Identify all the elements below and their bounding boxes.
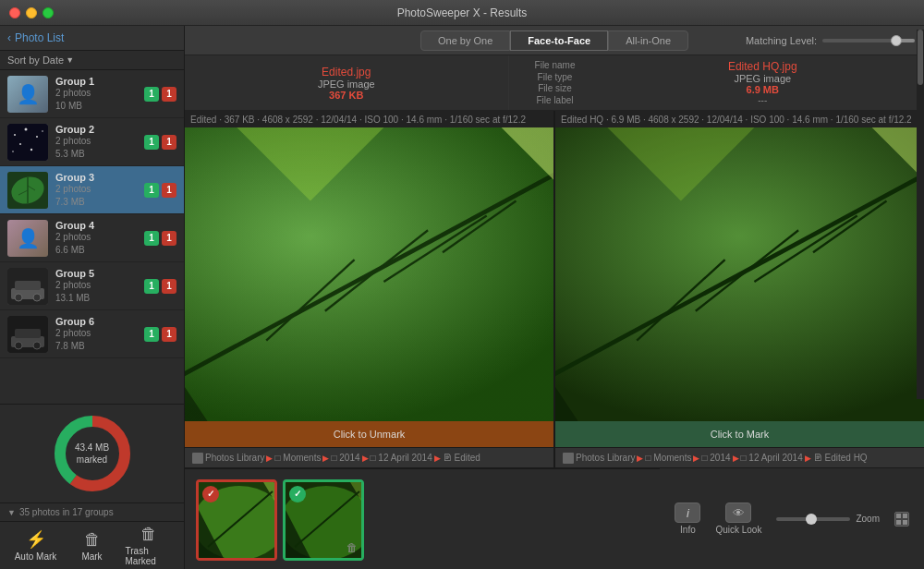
svg-point-22 — [33, 342, 41, 349]
maximize-button[interactable] — [43, 7, 54, 18]
zoom-thumb — [806, 514, 817, 525]
left-file-path: 🖹 Edited — [443, 453, 480, 463]
pie-chart: 43.4 MB marked — [51, 412, 134, 495]
file-name-label: File name — [535, 60, 576, 70]
left-moments: □ Moments — [274, 453, 321, 463]
group-name: Group 5 — [55, 268, 144, 279]
left-file-size: 367 KB — [329, 90, 363, 101]
tab-all-in-one[interactable]: All-in-One — [608, 30, 688, 51]
right-image-display[interactable] — [555, 127, 924, 421]
tab-one-by-one[interactable]: One by One — [420, 30, 510, 51]
thumbnail-item[interactable]: ✓ 🗑 — [283, 479, 364, 561]
right-file-size: 6.9 MB — [747, 84, 779, 95]
thumb-trash-icon: 🗑 — [346, 541, 358, 554]
file-info-left: Edited.jpg JPEG image 367 KB — [185, 55, 509, 110]
right-april: □ 12 April 2014 — [741, 453, 803, 463]
back-arrow-icon: ‹ — [7, 31, 11, 44]
group-thumb — [7, 316, 48, 353]
unmark-label: Click to Unmark — [334, 429, 406, 440]
auto-mark-button[interactable]: ⚡ Auto Mark — [13, 529, 59, 562]
window-title: PhotoSweeper X - Results — [397, 6, 528, 19]
thumb-check-icon: ✓ — [289, 486, 306, 502]
info-icon: i — [687, 506, 689, 520]
sidebar-footer: ▼ 35 photos in 17 groups — [0, 502, 184, 521]
group-list: 👤 Group 1 2 photos10 MB 1 1 — [0, 70, 184, 404]
left-metadata-bar: Edited · 367 KB · 4608 x 2592 · 12/04/14… — [185, 111, 553, 127]
sort-bar[interactable]: Sort by Date ▼ — [0, 51, 184, 70]
left-image-panel: Edited · 367 KB · 4608 x 2592 · 12/04/14… — [185, 111, 555, 467]
group-item-active[interactable]: Group 3 2 photos7.3 MB 1 1 — [0, 166, 184, 214]
group-item[interactable]: 👤 Group 1 2 photos10 MB 1 1 — [0, 70, 184, 118]
photo-list-title[interactable]: Photo List — [15, 31, 64, 44]
group-item[interactable]: Group 6 2 photos7.8 MB 1 1 — [0, 310, 184, 358]
badge-green: 1 — [144, 231, 159, 246]
svg-point-4 — [19, 143, 21, 145]
left-image-display[interactable] — [185, 127, 553, 421]
group-item[interactable]: 👤 Group 4 2 photos6.6 MB 1 1 — [0, 214, 184, 262]
grid-icon[interactable] — [894, 512, 909, 527]
scrollbar-thumb — [918, 30, 923, 85]
unmark-bar[interactable]: Click to Unmark — [185, 421, 553, 447]
path-arrow-icon: ▶ — [693, 454, 699, 463]
left-file-name: Edited.jpg — [322, 66, 371, 79]
mark-button[interactable]: 🗑 Mark — [69, 530, 116, 562]
left-2014: □ 2014 — [331, 453, 359, 463]
group-badges: 1 1 — [144, 135, 176, 150]
tab-face-to-face[interactable]: Face-to-Face — [510, 30, 608, 51]
right-file-type: JPEG image — [734, 73, 791, 84]
badge-red: 1 — [162, 87, 176, 102]
group-meta: 2 photos7.8 MB — [55, 327, 144, 353]
file-type-label: File type — [538, 72, 573, 82]
svg-rect-0 — [7, 124, 48, 161]
right-2014: □ 2014 — [701, 453, 730, 463]
close-button[interactable] — [9, 7, 20, 18]
sidebar-header[interactable]: ‹ Photo List — [0, 26, 184, 51]
group-badges: 1 1 — [144, 231, 176, 246]
thumb-check-icon: ✓ — [202, 486, 219, 502]
zoom-slider[interactable] — [776, 517, 850, 521]
path-arrow-icon: ▶ — [434, 454, 441, 463]
group-badges: 1 1 — [144, 279, 176, 294]
mark-bar[interactable]: Click to Mark — [555, 421, 924, 447]
quick-look-icon: 👁 — [733, 506, 745, 520]
zoom-label: Zoom — [856, 514, 880, 524]
info-button[interactable]: i Info — [675, 502, 700, 535]
file-info-right: Edited HQ.jpg JPEG image 6.9 MB --- — [602, 55, 925, 110]
group-meta: 2 photos10 MB — [55, 87, 144, 113]
right-metadata-bar: Edited HQ · 6.9 MB · 4608 x 2592 · 12/04… — [555, 111, 924, 127]
group-item[interactable]: Group 5 2 photos13.1 MB 1 1 — [0, 262, 184, 310]
right-file-path: 🖹 Edited HQ — [813, 453, 868, 463]
badge-red: 1 — [162, 183, 176, 198]
group-info: Group 3 2 photos7.3 MB — [55, 172, 144, 209]
trash-marked-button[interactable]: 🗑 Trash Marked — [126, 525, 172, 566]
badge-green: 1 — [144, 87, 159, 102]
svg-point-21 — [15, 342, 22, 349]
matching-level-slider[interactable] — [822, 39, 915, 42]
path-arrow-icon: ▶ — [637, 454, 643, 463]
svg-rect-59 — [896, 520, 901, 525]
quick-look-label: Quick Look — [715, 525, 761, 535]
right-file-name: Edited HQ.jpg — [728, 60, 797, 73]
scrollbar[interactable] — [917, 30, 924, 399]
group-meta: 2 photos6.6 MB — [55, 231, 144, 257]
group-name: Group 3 — [55, 172, 144, 183]
group-name: Group 4 — [55, 220, 144, 231]
thumb-strip: ✓ ✓ 🗑 — [185, 468, 660, 569]
group-thumb: 👤 — [7, 76, 48, 113]
matching-level: Matching Level: — [746, 35, 915, 46]
group-thumb — [7, 268, 48, 305]
svg-rect-36 — [185, 127, 553, 421]
group-thumb: 👤 — [7, 220, 48, 257]
quick-look-button[interactable]: 👁 Quick Look — [715, 502, 761, 535]
group-item[interactable]: Group 2 2 photos5.3 MB 1 1 — [0, 118, 184, 166]
tab-bar: One by One Face-to-Face All-in-One Match… — [185, 26, 924, 55]
thumbnail-item[interactable]: ✓ — [196, 479, 277, 561]
content-area: One by One Face-to-Face All-in-One Match… — [185, 26, 924, 569]
badge-red: 1 — [162, 231, 176, 246]
path-arrow-icon: ▶ — [322, 454, 329, 463]
auto-mark-icon: ⚡ — [26, 529, 46, 550]
title-bar: PhotoSweeper X - Results — [0, 0, 924, 26]
path-arrow-icon: ▶ — [362, 454, 369, 463]
minimize-button[interactable] — [26, 7, 37, 18]
group-info: Group 1 2 photos10 MB — [55, 76, 144, 113]
